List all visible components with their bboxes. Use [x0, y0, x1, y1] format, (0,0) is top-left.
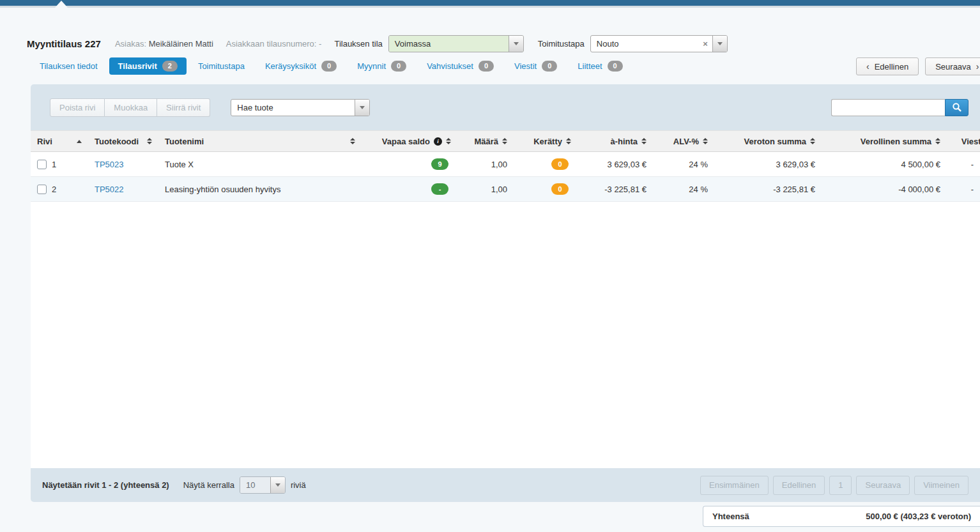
tab-viestit[interactable]: Viestit 0 — [505, 57, 566, 75]
search-input[interactable] — [831, 99, 945, 116]
order-status-value: Voimassa — [389, 36, 509, 52]
row-checkbox[interactable] — [37, 185, 47, 194]
per-page-select[interactable]: 10 — [240, 476, 286, 494]
next-order-label: Seuraava — [935, 62, 971, 72]
sort-icon — [703, 138, 708, 144]
per-page-value: 10 — [240, 477, 270, 493]
next-order-button[interactable]: Seuraava › — [925, 57, 980, 75]
column-label: à-hinta — [610, 137, 638, 146]
pagination-page-1-button[interactable]: 1 — [829, 476, 852, 495]
order-navigation: ‹ Edellinen Seuraava › — [856, 57, 980, 75]
column-header-a-hinta[interactable]: à-hinta — [578, 131, 653, 152]
tab-label: Viestit — [514, 61, 537, 71]
chevron-right-icon: › — [976, 61, 979, 72]
pagination-first-button[interactable]: Ensimmäinen — [700, 476, 769, 495]
column-header-rivi[interactable]: Rivi — [31, 131, 88, 152]
column-label: Verollinen summa — [861, 137, 931, 146]
per-page-dropdown-button[interactable] — [270, 477, 285, 493]
sort-icon — [810, 138, 815, 144]
sort-icon — [350, 138, 355, 144]
chevron-left-icon: ‹ — [866, 61, 869, 72]
table-header-row: Rivi Tuotekoodi Tuotenimi — [31, 131, 980, 152]
column-header-alv[interactable]: ALV-% — [653, 131, 714, 152]
column-header-tuotekoodi[interactable]: Tuotekoodi — [88, 131, 158, 152]
order-lines-panel: Poista rivi Muokkaa Siirrä rivit Hae tuo… — [31, 84, 980, 502]
table-row: 2 TP5022 Leasing-yhtiön osuuden hyvitys … — [31, 177, 980, 202]
move-rows-button[interactable]: Siirrä rivit — [157, 98, 210, 117]
customer-order-number: Asiakkaan tilausnumero: - — [226, 39, 322, 49]
column-header-viesti[interactable]: Viesti — [947, 131, 980, 152]
net-sum-cell: 3 629,03 € — [714, 152, 822, 177]
tab-label: Tilauksen tiedot — [40, 61, 98, 71]
order-lines-toolbar: Poista rivi Muokkaa Siirrä rivit Hae tuo… — [31, 84, 980, 130]
order-status-select[interactable]: Voimassa — [388, 35, 524, 52]
tab-liitteet[interactable]: Liitteet 0 — [569, 57, 631, 75]
edit-row-button[interactable]: Muokkaa — [105, 98, 157, 117]
table-search-group — [831, 99, 969, 116]
chevron-down-icon — [514, 42, 519, 45]
pagination-next-button[interactable]: Seuraava — [856, 476, 910, 495]
product-name: Tuote X — [165, 160, 194, 169]
column-header-keratty[interactable]: Kerätty — [514, 131, 578, 152]
pagination-last-button[interactable]: Viimeinen — [914, 476, 969, 495]
tab-label: Keräysyksiköt — [265, 61, 316, 71]
row-actions-group: Poista rivi Muokkaa Siirrä rivit — [50, 98, 210, 117]
product-code-link[interactable]: TP5022 — [95, 185, 124, 194]
column-header-tuotenimi[interactable]: Tuotenimi — [158, 131, 362, 152]
column-header-vapaa-saldo[interactable]: Vapaa saldo — [362, 131, 457, 152]
unit-price-cell: 3 629,03 € — [578, 152, 653, 177]
product-code-link[interactable]: TP5023 — [95, 160, 124, 169]
table-footer: Näytetään rivit 1 - 2 (yhteensä 2) Näytä… — [31, 468, 980, 502]
info-icon[interactable] — [434, 137, 442, 146]
tab-tilausrivit[interactable]: Tilausrivit 2 — [109, 57, 187, 75]
picked-badge: 0 — [551, 183, 569, 195]
column-header-verollinen-summa[interactable]: Verollinen summa — [822, 131, 947, 152]
row-checkbox[interactable] — [37, 160, 47, 169]
top-navigation-bar — [0, 0, 980, 8]
column-header-maara[interactable]: Määrä — [457, 131, 514, 152]
clear-icon[interactable]: × — [698, 36, 712, 52]
tab-count-badge: 0 — [321, 61, 337, 72]
tab-vahvistukset[interactable]: Vahvistukset 0 — [418, 57, 503, 75]
column-label: Tuotenimi — [165, 137, 204, 146]
column-label: ALV-% — [673, 137, 699, 146]
delivery-method-select[interactable]: Nouto × — [590, 35, 728, 52]
product-search-dropdown-button[interactable] — [355, 100, 369, 116]
tab-label: Vahvistukset — [427, 61, 473, 71]
gross-sum-cell: -4 000,00 € — [822, 177, 947, 202]
message-cell: - — [947, 152, 980, 177]
delete-row-button[interactable]: Poista rivi — [50, 98, 105, 117]
previous-order-label: Edellinen — [875, 62, 909, 72]
order-total-box: Yhteensä 500,00 € (403,23 € veroton) — [703, 506, 980, 527]
sort-icon — [502, 138, 507, 144]
tab-keraysyksikot[interactable]: Keräysyksiköt 0 — [256, 57, 346, 75]
tab-label: Tilausrivit — [118, 61, 157, 71]
tab-label: Liitteet — [578, 61, 602, 71]
search-button[interactable] — [945, 99, 969, 116]
product-name: Leasing-yhtiön osuuden hyvitys — [165, 185, 280, 194]
delivery-method-dropdown-button[interactable] — [712, 36, 727, 52]
previous-order-button[interactable]: ‹ Edellinen — [856, 57, 919, 75]
unit-price-cell: -3 225,81 € — [578, 177, 653, 202]
pagination-previous-button[interactable]: Edellinen — [773, 476, 825, 495]
tab-tilauksen-tiedot[interactable]: Tilauksen tiedot — [31, 58, 107, 74]
net-sum-cell: -3 225,81 € — [714, 177, 822, 202]
column-header-veroton-summa[interactable]: Veroton summa — [714, 131, 822, 152]
order-total-row: Yhteensä 500,00 € (403,23 € veroton) — [0, 506, 980, 527]
tab-toimitustapa[interactable]: Toimitustapa — [189, 58, 254, 74]
order-status-dropdown-button[interactable] — [509, 36, 523, 52]
pagination: Ensimmäinen Edellinen 1 Seuraava Viimein… — [700, 476, 969, 495]
tab-myynnit[interactable]: Myynnit 0 — [348, 57, 415, 75]
delivery-method-value: Nouto — [591, 36, 698, 52]
order-status-label: Tilauksen tila — [334, 39, 382, 49]
sort-icon — [147, 138, 152, 144]
column-label: Veroton summa — [744, 137, 806, 146]
product-search-select[interactable]: Hae tuote — [231, 99, 370, 116]
quantity-cell: 1,00 — [457, 177, 514, 202]
sort-ascending-icon — [77, 140, 82, 143]
table-row: 1 TP5023 Tuote X 9 1,00 0 3 629,03 € 24 … — [31, 152, 980, 177]
column-label: Määrä — [474, 137, 498, 146]
row-number: 1 — [52, 160, 56, 169]
chevron-down-icon — [275, 483, 280, 487]
tab-count-badge: 0 — [391, 61, 406, 72]
